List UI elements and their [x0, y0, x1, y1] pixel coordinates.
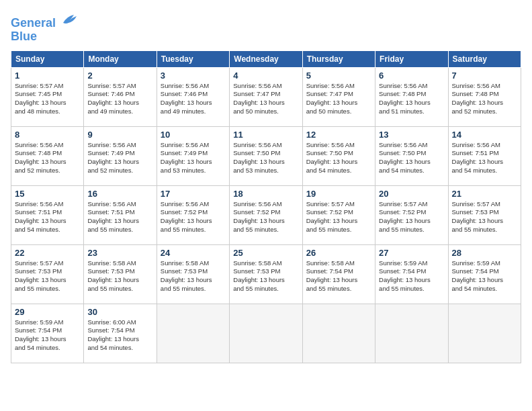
calendar-cell: 22Sunrise: 5:57 AMSunset: 7:53 PMDayligh…	[11, 244, 84, 304]
calendar-cell: 21Sunrise: 5:57 AMSunset: 7:53 PMDayligh…	[448, 185, 521, 244]
logo: General Blue	[11, 11, 79, 44]
weekday-saturday: Saturday	[448, 50, 521, 67]
calendar-week-2: 8Sunrise: 5:56 AMSunset: 7:48 PMDaylight…	[11, 126, 521, 185]
day-number: 14	[452, 130, 517, 140]
day-number: 15	[15, 189, 80, 199]
calendar-cell: 27Sunrise: 5:59 AMSunset: 7:54 PMDayligh…	[375, 244, 448, 304]
calendar-cell: 12Sunrise: 5:56 AMSunset: 7:50 PMDayligh…	[302, 126, 375, 185]
calendar-cell: 7Sunrise: 5:56 AMSunset: 7:48 PMDaylight…	[448, 67, 521, 126]
day-info: Sunrise: 5:58 AMSunset: 7:53 PMDaylight:…	[233, 259, 298, 293]
logo-bird-icon	[60, 11, 79, 27]
day-info: Sunrise: 5:56 AMSunset: 7:52 PMDaylight:…	[161, 200, 226, 234]
day-number: 23	[87, 248, 152, 258]
day-number: 9	[87, 130, 152, 140]
day-info: Sunrise: 5:56 AMSunset: 7:47 PMDaylight:…	[233, 82, 298, 116]
calendar-cell: 30Sunrise: 6:00 AMSunset: 7:54 PMDayligh…	[84, 304, 157, 363]
day-info: Sunrise: 5:56 AMSunset: 7:49 PMDaylight:…	[161, 141, 226, 175]
day-number: 27	[379, 248, 444, 258]
day-info: Sunrise: 5:56 AMSunset: 7:49 PMDaylight:…	[87, 141, 152, 175]
day-info: Sunrise: 5:57 AMSunset: 7:53 PMDaylight:…	[15, 259, 80, 293]
calendar-cell: 24Sunrise: 5:58 AMSunset: 7:53 PMDayligh…	[157, 244, 229, 304]
day-number: 10	[161, 130, 226, 140]
day-number: 1	[15, 71, 80, 81]
calendar-cell	[230, 304, 302, 363]
calendar-cell: 26Sunrise: 5:58 AMSunset: 7:54 PMDayligh…	[302, 244, 375, 304]
day-number: 28	[452, 248, 517, 258]
day-info: Sunrise: 5:56 AMSunset: 7:50 PMDaylight:…	[233, 141, 298, 175]
weekday-tuesday: Tuesday	[157, 50, 229, 67]
day-info: Sunrise: 5:56 AMSunset: 7:48 PMDaylight:…	[379, 82, 444, 116]
day-info: Sunrise: 5:56 AMSunset: 7:52 PMDaylight:…	[233, 200, 298, 234]
day-number: 8	[15, 130, 80, 140]
logo-text: General Blue	[11, 11, 79, 44]
calendar-cell: 14Sunrise: 5:56 AMSunset: 7:51 PMDayligh…	[448, 126, 521, 185]
calendar-cell: 29Sunrise: 5:59 AMSunset: 7:54 PMDayligh…	[11, 304, 84, 363]
day-number: 22	[15, 248, 80, 258]
weekday-monday: Monday	[84, 50, 157, 67]
calendar-cell: 3Sunrise: 5:56 AMSunset: 7:46 PMDaylight…	[157, 67, 229, 126]
calendar-cell	[448, 304, 521, 363]
calendar-cell: 4Sunrise: 5:56 AMSunset: 7:47 PMDaylight…	[230, 67, 302, 126]
calendar-header: SundayMondayTuesdayWednesdayThursdayFrid…	[11, 50, 521, 67]
day-number: 12	[306, 130, 371, 140]
calendar-week-4: 22Sunrise: 5:57 AMSunset: 7:53 PMDayligh…	[11, 244, 521, 304]
day-number: 20	[379, 189, 444, 199]
day-info: Sunrise: 5:56 AMSunset: 7:48 PMDaylight:…	[15, 141, 80, 175]
day-info: Sunrise: 5:56 AMSunset: 7:51 PMDaylight:…	[87, 200, 152, 234]
day-info: Sunrise: 5:56 AMSunset: 7:51 PMDaylight:…	[452, 141, 517, 175]
day-info: Sunrise: 5:57 AMSunset: 7:46 PMDaylight:…	[87, 82, 152, 116]
calendar-week-3: 15Sunrise: 5:56 AMSunset: 7:51 PMDayligh…	[11, 185, 521, 244]
day-info: Sunrise: 5:56 AMSunset: 7:47 PMDaylight:…	[306, 82, 371, 116]
day-number: 17	[161, 189, 226, 199]
day-number: 3	[161, 71, 226, 81]
day-number: 29	[15, 307, 80, 317]
day-info: Sunrise: 5:59 AMSunset: 7:54 PMDaylight:…	[15, 318, 80, 353]
logo-blue: Blue	[11, 30, 37, 43]
day-info: Sunrise: 5:56 AMSunset: 7:48 PMDaylight:…	[452, 82, 517, 116]
calendar-cell: 1Sunrise: 5:57 AMSunset: 7:45 PMDaylight…	[11, 67, 84, 126]
calendar-cell	[157, 304, 229, 363]
calendar-week-5: 29Sunrise: 5:59 AMSunset: 7:54 PMDayligh…	[11, 304, 521, 363]
calendar-cell: 5Sunrise: 5:56 AMSunset: 7:47 PMDaylight…	[302, 67, 375, 126]
day-info: Sunrise: 5:58 AMSunset: 7:53 PMDaylight:…	[161, 259, 226, 293]
weekday-sunday: Sunday	[11, 50, 84, 67]
calendar-cell: 28Sunrise: 5:59 AMSunset: 7:54 PMDayligh…	[448, 244, 521, 304]
calendar-cell: 18Sunrise: 5:56 AMSunset: 7:52 PMDayligh…	[230, 185, 302, 244]
day-number: 25	[233, 248, 298, 258]
day-info: Sunrise: 5:58 AMSunset: 7:54 PMDaylight:…	[306, 259, 371, 293]
calendar-cell: 16Sunrise: 5:56 AMSunset: 7:51 PMDayligh…	[84, 185, 157, 244]
day-number: 2	[87, 71, 152, 81]
day-info: Sunrise: 5:57 AMSunset: 7:52 PMDaylight:…	[306, 200, 371, 234]
day-info: Sunrise: 5:56 AMSunset: 7:46 PMDaylight:…	[161, 82, 226, 116]
weekday-friday: Friday	[375, 50, 448, 67]
calendar-cell: 8Sunrise: 5:56 AMSunset: 7:48 PMDaylight…	[11, 126, 84, 185]
calendar-week-1: 1Sunrise: 5:57 AMSunset: 7:45 PMDaylight…	[11, 67, 521, 126]
day-info: Sunrise: 5:59 AMSunset: 7:54 PMDaylight:…	[452, 259, 517, 293]
day-number: 11	[233, 130, 298, 140]
day-number: 4	[233, 71, 298, 81]
calendar-cell: 25Sunrise: 5:58 AMSunset: 7:53 PMDayligh…	[230, 244, 302, 304]
day-number: 7	[452, 71, 517, 81]
calendar-cell: 11Sunrise: 5:56 AMSunset: 7:50 PMDayligh…	[230, 126, 302, 185]
day-number: 24	[161, 248, 226, 258]
day-number: 5	[306, 71, 371, 81]
day-number: 13	[379, 130, 444, 140]
calendar-cell: 6Sunrise: 5:56 AMSunset: 7:48 PMDaylight…	[375, 67, 448, 126]
calendar-cell: 23Sunrise: 5:58 AMSunset: 7:53 PMDayligh…	[84, 244, 157, 304]
day-info: Sunrise: 5:57 AMSunset: 7:52 PMDaylight:…	[379, 200, 444, 234]
day-number: 21	[452, 189, 517, 199]
day-info: Sunrise: 5:56 AMSunset: 7:51 PMDaylight:…	[15, 200, 80, 234]
calendar-cell: 19Sunrise: 5:57 AMSunset: 7:52 PMDayligh…	[302, 185, 375, 244]
header: General Blue	[11, 11, 521, 44]
day-info: Sunrise: 5:59 AMSunset: 7:54 PMDaylight:…	[379, 259, 444, 293]
calendar-cell	[375, 304, 448, 363]
logo-general: General	[11, 16, 56, 30]
day-number: 16	[87, 189, 152, 199]
day-number: 18	[233, 189, 298, 199]
calendar-cell: 13Sunrise: 5:56 AMSunset: 7:50 PMDayligh…	[375, 126, 448, 185]
day-number: 30	[87, 307, 152, 317]
day-number: 26	[306, 248, 371, 258]
calendar-cell: 9Sunrise: 5:56 AMSunset: 7:49 PMDaylight…	[84, 126, 157, 185]
calendar-cell	[302, 304, 375, 363]
weekday-wednesday: Wednesday	[230, 50, 302, 67]
